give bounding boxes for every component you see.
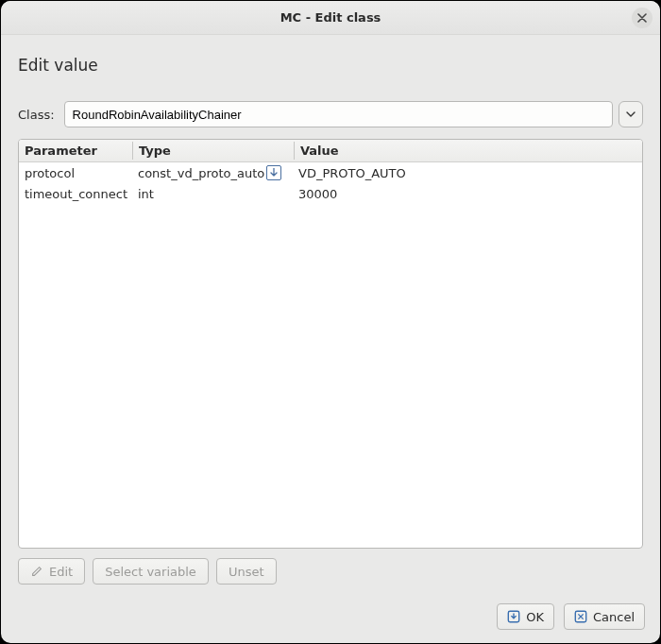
cell-parameter: protocol xyxy=(19,162,132,183)
type-glyph-icon xyxy=(266,165,281,180)
cancel-label: Cancel xyxy=(593,610,635,624)
cell-value: VD_PROTO_AUTO xyxy=(293,162,642,183)
class-row: Class: xyxy=(18,101,643,127)
class-combobox xyxy=(64,101,643,127)
close-icon xyxy=(637,13,647,23)
table-header: Parameter Type Value xyxy=(19,140,642,162)
toolbar: Edit Select variable Unset xyxy=(18,558,643,585)
edit-button-label: Edit xyxy=(49,565,73,579)
class-label: Class: xyxy=(18,108,55,122)
cell-type: int xyxy=(132,183,293,204)
cancel-button[interactable]: Cancel xyxy=(564,603,645,630)
select-variable-button[interactable]: Select variable xyxy=(93,558,209,585)
ok-icon xyxy=(507,610,520,623)
table-body: protocolconst_vd_proto_autoVD_PROTO_AUTO… xyxy=(19,162,642,548)
table-row[interactable]: protocolconst_vd_proto_autoVD_PROTO_AUTO xyxy=(19,162,642,183)
footer: OK Cancel xyxy=(1,594,660,643)
close-button[interactable] xyxy=(632,8,653,28)
select-variable-label: Select variable xyxy=(105,565,196,579)
header-value[interactable]: Value xyxy=(295,140,642,161)
window-title: MC - Edit class xyxy=(280,10,381,25)
page-title: Edit value xyxy=(18,56,643,75)
titlebar: MC - Edit class xyxy=(1,1,660,35)
cell-type: const_vd_proto_auto xyxy=(132,162,293,183)
cell-parameter: timeout_connect xyxy=(19,183,132,204)
unset-button[interactable]: Unset xyxy=(216,558,277,585)
content-area: Edit value Class: Parameter Type Value p… xyxy=(1,35,660,594)
header-parameter[interactable]: Parameter xyxy=(19,140,132,161)
table-row[interactable]: timeout_connectint30000 xyxy=(19,183,642,204)
cell-value: 30000 xyxy=(293,183,642,204)
chevron-down-icon xyxy=(626,110,636,119)
header-type[interactable]: Type xyxy=(133,140,294,161)
edit-button[interactable]: Edit xyxy=(18,558,85,585)
cancel-icon xyxy=(574,610,587,623)
edit-icon xyxy=(30,565,43,578)
class-dropdown-button[interactable] xyxy=(619,101,643,127)
class-input[interactable] xyxy=(64,101,613,127)
dialog-window: MC - Edit class Edit value Class: Parame… xyxy=(1,1,660,643)
ok-label: OK xyxy=(526,610,544,624)
parameter-table: Parameter Type Value protocolconst_vd_pr… xyxy=(18,139,643,549)
unset-label: Unset xyxy=(229,565,264,579)
ok-button[interactable]: OK xyxy=(497,603,554,630)
